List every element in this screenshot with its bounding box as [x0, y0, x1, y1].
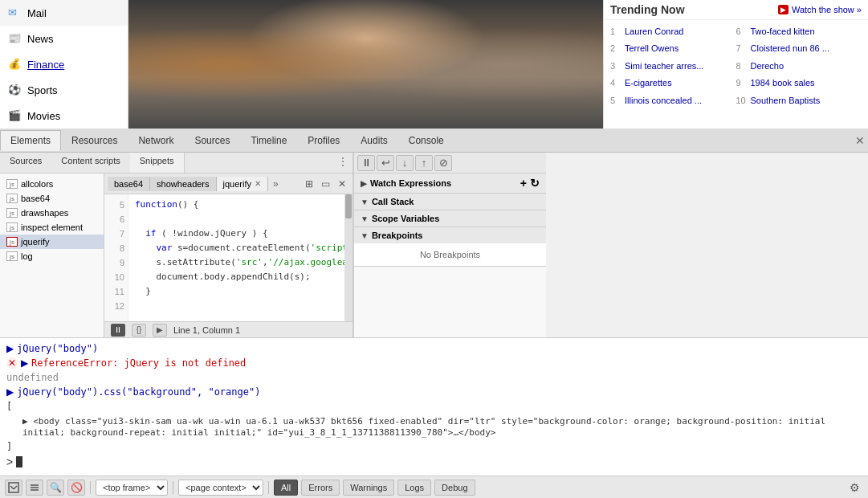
run-icon: ▶	[157, 325, 163, 334]
step-out-button[interactable]: ↑	[415, 155, 433, 171]
search-button[interactable]: 🔍	[47, 480, 64, 496]
code-tab-showheaders[interactable]: showheaders	[150, 177, 216, 191]
expand-arrow-icon[interactable]: ▶	[6, 386, 14, 398]
console-text-jquery2: jQuery("body").css("background", "orange…	[17, 386, 260, 398]
trending-link[interactable]: 1984 book sales	[751, 77, 815, 89]
console-icon-button[interactable]	[5, 480, 22, 496]
trending-link[interactable]: Illinois concealed ...	[625, 95, 702, 107]
warnings-filter-button[interactable]: Warnings	[343, 480, 394, 496]
deactivate-button[interactable]: ⊘	[434, 155, 452, 171]
console-line: ]	[6, 439, 862, 454]
step-over-button[interactable]: ↩	[377, 155, 394, 171]
logs-filter-button[interactable]: Logs	[397, 480, 431, 496]
panel-icon[interactable]: ▭	[318, 177, 333, 191]
errors-filter-button[interactable]: Errors	[301, 480, 340, 496]
context-select[interactable]: <page context>	[178, 480, 263, 496]
tab-snippets[interactable]: Snippets	[130, 153, 185, 173]
code-line	[135, 212, 338, 227]
more-tabs-button[interactable]: »	[268, 176, 283, 192]
pause-debugger-button[interactable]: ⏸	[357, 155, 375, 171]
split-view-icon[interactable]: ⊞	[302, 177, 316, 191]
scope-variables-header[interactable]: ▼ Scope Variables	[354, 210, 546, 227]
breakpoints-content: No Breakpoints	[354, 243, 546, 266]
sidebar: ✉ Mail 📰 News 💰 Finance ⚽ Sports 🎬 Movie…	[0, 0, 128, 129]
sidebar-item-news[interactable]: 📰 News	[0, 26, 128, 51]
close-tab-icon[interactable]: ✕	[255, 179, 261, 188]
settings-gear-button[interactable]: ⚙	[846, 480, 863, 496]
tab-audits[interactable]: Audits	[350, 130, 397, 151]
sources-panel-resize[interactable]: ⋮	[333, 153, 352, 173]
tab-console[interactable]: Console	[398, 130, 454, 151]
frame-select[interactable]: <top frame>	[96, 480, 168, 496]
sidebar-item-label-movies: Movies	[27, 110, 60, 122]
watch-show-button[interactable]: ▶ Watch the show »	[778, 5, 862, 14]
sidebar-item-sports[interactable]: ⚽ Sports	[0, 77, 128, 103]
refresh-watch-button[interactable]: ↻	[530, 177, 540, 190]
tab-resources[interactable]: Resources	[61, 130, 128, 151]
sidebar-item-label-finance[interactable]: Finance	[27, 59, 64, 71]
watch-expressions-header[interactable]: ▶ Watch Expressions + ↻	[354, 173, 546, 193]
all-filter-button[interactable]: All	[274, 480, 298, 496]
collapse-icon: ▼	[361, 214, 369, 223]
block-button[interactable]: 🚫	[67, 480, 85, 496]
console-text-jquery1: jQuery("body")	[17, 343, 98, 354]
devtools-close-button[interactable]: ✕	[852, 133, 868, 149]
trending-link[interactable]: E-cigarettes	[625, 77, 672, 89]
list-icon-button[interactable]	[26, 480, 43, 496]
mail-icon: ✉	[8, 6, 21, 19]
trending-link[interactable]: Cloistered nun 86 ...	[751, 43, 829, 55]
trending-num: 3	[610, 60, 621, 72]
code-lines[interactable]: function() { if ( !window.jQuery ) { var…	[128, 194, 344, 321]
tab-content-scripts[interactable]: Content scripts	[51, 153, 129, 173]
sidebar-item-mail[interactable]: ✉ Mail	[0, 0, 128, 26]
expand-arrow-icon[interactable]: ▶	[21, 357, 28, 369]
file-item-drawshapes[interactable]: js drawshapes	[0, 206, 104, 220]
run-button[interactable]: ▶	[153, 324, 167, 337]
breakpoints-label: Breakpoints	[372, 231, 423, 240]
devtools-bottom-toolbar: 🔍 🚫 <top frame> <page context> All Error…	[0, 476, 868, 498]
code-tab-base64[interactable]: base64	[108, 177, 150, 191]
trending-link[interactable]: Derecho	[751, 60, 784, 72]
bottom-console: ▶ jQuery("body") ✕ ▶ ReferenceError: jQu…	[0, 337, 868, 498]
trending-link[interactable]: Southern Baptists	[751, 95, 821, 107]
tab-elements[interactable]: Elements	[0, 130, 61, 151]
file-item-allcolors[interactable]: js allcolors	[0, 177, 104, 191]
code-scrollbar[interactable]	[344, 194, 352, 321]
call-stack-header[interactable]: ▼ Call Stack	[354, 194, 546, 210]
add-watch-button[interactable]: +	[520, 177, 527, 190]
file-item-inspect[interactable]: js inspect element	[0, 220, 104, 235]
console-error-text: ReferenceError: jQuery is not defined	[31, 357, 246, 369]
debug-filter-button[interactable]: Debug	[434, 480, 475, 496]
status-bar-content: ⏸ {} ▶ Line 1, Column 1	[111, 324, 240, 337]
tab-sources-sources[interactable]: Sources	[0, 153, 51, 173]
trending-num: 8	[736, 60, 748, 72]
tab-profiles[interactable]: Profiles	[297, 130, 350, 151]
code-tab-jquerify[interactable]: jquerify ✕	[217, 177, 268, 191]
breakpoints-header[interactable]: ▼ Breakpoints	[354, 227, 546, 243]
sidebar-item-movies[interactable]: 🎬 Movies	[0, 103, 128, 129]
step-into-button[interactable]: ↓	[396, 155, 414, 171]
sidebar-item-finance[interactable]: 💰 Finance	[0, 51, 128, 77]
expand-icon: ▶	[361, 179, 367, 188]
file-icon: js	[6, 208, 18, 218]
code-tab-icons: ⊞ ▭ ✕	[302, 177, 349, 191]
trending-link[interactable]: Terrell Owens	[625, 43, 679, 55]
file-icon: js	[6, 194, 18, 203]
file-item-jquerify[interactable]: js jquerify	[0, 235, 104, 249]
pause-button[interactable]: ⏸	[111, 324, 125, 337]
trending-link[interactable]: Lauren Conrad	[625, 26, 683, 38]
format-button[interactable]: {}	[132, 324, 146, 337]
file-item-base64[interactable]: js base64	[0, 191, 104, 206]
list-svg-icon	[29, 482, 40, 493]
close-panel-icon[interactable]: ✕	[335, 177, 349, 191]
separator	[90, 481, 91, 494]
expand-arrow-icon[interactable]: ▶	[6, 343, 14, 354]
file-item-log[interactable]: js log	[0, 249, 104, 263]
trending-link[interactable]: Two-faced kitten	[751, 26, 815, 38]
tab-network[interactable]: Network	[128, 130, 184, 151]
tab-timeline[interactable]: Timeline	[240, 130, 297, 151]
tab-sources[interactable]: Sources	[184, 130, 240, 151]
trending-link[interactable]: Simi teacher arres...	[625, 60, 703, 72]
code-line: s.setAttribute('src','//ajax.googleapi	[135, 255, 338, 270]
svg-line-1	[10, 486, 14, 489]
